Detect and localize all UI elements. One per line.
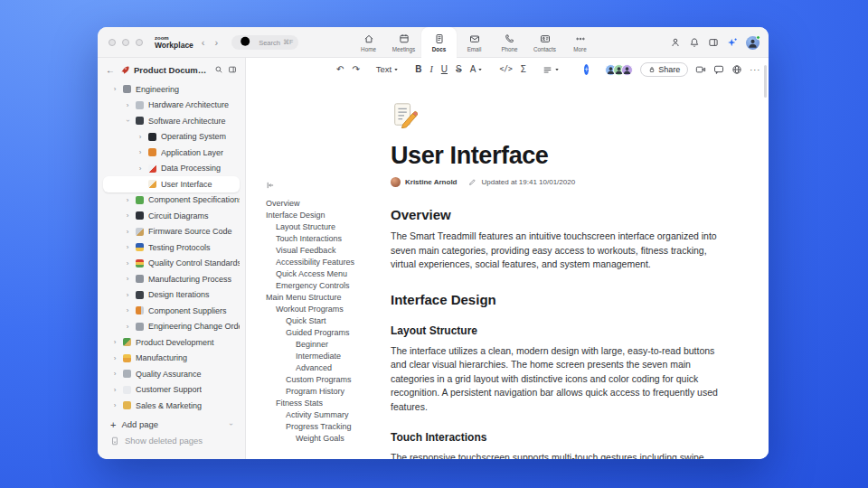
tree-chevron-icon[interactable]: › (137, 133, 144, 141)
tab-phone[interactable]: Phone (492, 27, 527, 58)
outline-item[interactable]: Overview (266, 198, 391, 210)
show-deleted-pages-button[interactable]: Show deleted pages (98, 433, 245, 449)
underline-button[interactable]: U (441, 65, 448, 74)
tree-chevron-icon[interactable]: › (111, 338, 118, 346)
global-search-input[interactable]: Search ⌘F (231, 35, 298, 50)
tree-chevron-icon[interactable]: › (124, 323, 131, 331)
tab-docs[interactable]: Docs (421, 27, 457, 58)
undo-button[interactable]: ↶ (336, 65, 344, 74)
add-page-chevron-icon[interactable]: › (227, 423, 235, 426)
page-tree-item[interactable]: › Quality Control Standards (103, 256, 240, 272)
tree-chevron-icon[interactable]: › (124, 306, 131, 314)
close-window-button[interactable] (108, 39, 116, 46)
page-tree-item[interactable]: › Firmware Source Code (103, 224, 240, 240)
sidebar-collapse-icon[interactable] (228, 65, 237, 74)
globe-icon[interactable] (731, 64, 742, 75)
outline-item[interactable]: Emergency Controls (266, 280, 391, 292)
tree-chevron-icon[interactable]: › (124, 291, 131, 299)
page-tree-item[interactable]: › Product Development (103, 334, 240, 351)
more-ellipsis-icon[interactable]: ··· (750, 65, 760, 74)
outline-collapse-button[interactable] (266, 181, 391, 192)
user-avatar[interactable] (746, 36, 760, 50)
page-tree-item[interactable]: › Customer Support (103, 382, 240, 399)
tree-chevron-icon[interactable]: › (124, 196, 131, 204)
align-list-dropdown[interactable] (542, 65, 560, 75)
tree-chevron-icon[interactable]: › (111, 85, 118, 93)
outline-item[interactable]: Main Menu Structure (266, 292, 391, 304)
outline-item[interactable]: Visual Feedback (266, 245, 391, 257)
scrollbar-thumb[interactable] (764, 65, 767, 98)
page-tree-item[interactable]: › Component Specifications (103, 192, 240, 209)
strikethrough-button[interactable]: S (456, 65, 462, 74)
outline-item[interactable]: Program History (266, 386, 391, 398)
memo-doc-icon[interactable] (391, 101, 418, 128)
tree-chevron-icon[interactable]: › (124, 101, 131, 109)
outline-item[interactable]: Interface Design (266, 210, 391, 221)
doc-title[interactable]: User Interface (391, 142, 730, 170)
tab-contacts[interactable]: Contacts (527, 27, 562, 58)
workspace-title[interactable]: Product Documenta... (134, 65, 210, 75)
share-button[interactable]: Share (640, 62, 688, 77)
page-tree-item[interactable]: › User Interface (103, 176, 240, 192)
text-color-dropdown[interactable]: A (470, 65, 484, 74)
page-tree-item[interactable]: › Operating System (103, 129, 240, 145)
outline-item[interactable]: Intermediate (266, 351, 391, 362)
tree-chevron-icon[interactable]: › (137, 164, 144, 173)
tree-chevron-icon[interactable]: › (137, 148, 144, 156)
tree-chevron-icon[interactable]: › (124, 228, 131, 236)
page-tree-item[interactable]: › Circuit Diagrams (103, 208, 240, 224)
tab-more[interactable]: More (562, 27, 598, 58)
outline-item[interactable]: Activity Summary (266, 409, 391, 421)
page-tree-item[interactable]: › Component Suppliers (103, 303, 240, 319)
tree-chevron-icon[interactable]: › (111, 401, 118, 409)
tree-chevron-icon[interactable]: › (111, 386, 118, 394)
outline-item[interactable]: Workout Programs (266, 304, 391, 315)
add-page-button[interactable]: + Add page › (98, 417, 245, 433)
tree-chevron-icon[interactable]: › (124, 275, 131, 283)
page-tree-item[interactable]: › Engineering (103, 81, 240, 98)
tree-chevron-icon[interactable]: › (124, 259, 131, 267)
collaborator-avatar[interactable] (621, 64, 633, 76)
outline-item[interactable]: Layout Structure (266, 221, 391, 233)
outline-item[interactable]: Weight Goals (266, 433, 391, 445)
page-tree-item[interactable]: › Manufacturing Process (103, 271, 240, 287)
minimize-window-button[interactable] (122, 39, 129, 46)
side-panel-icon[interactable] (708, 37, 719, 48)
insert-plus-button[interactable]: + (584, 64, 589, 75)
outline-item[interactable]: Advanced (266, 362, 391, 374)
page-tree-item[interactable]: › Manufacturing (103, 351, 240, 367)
italic-button[interactable]: I (429, 65, 432, 74)
profile-icon[interactable] (670, 37, 681, 48)
outline-item[interactable]: Accessibility Features (266, 257, 391, 268)
tree-chevron-icon[interactable]: › (124, 117, 132, 125)
tree-chevron-icon[interactable]: › (111, 370, 118, 378)
nav-forward-button[interactable]: › (213, 37, 221, 48)
text-style-dropdown[interactable]: Text (376, 65, 399, 74)
tree-chevron-icon[interactable]: › (124, 243, 131, 251)
code-button[interactable]: </> (499, 66, 512, 73)
outline-item[interactable]: Quick Start (266, 315, 391, 327)
page-tree-item[interactable]: › Engineering Change Orders (103, 319, 240, 335)
page-tree-item[interactable]: › Quality Assurance (103, 366, 240, 382)
outline-item[interactable]: Guided Programs (266, 327, 391, 339)
tab-email[interactable]: Email (457, 27, 492, 58)
page-tree-item[interactable]: › Data Processing (103, 161, 240, 177)
page-tree-item[interactable]: › Sales & Marketing (103, 398, 240, 414)
notifications-bell-icon[interactable] (689, 37, 700, 48)
redo-button[interactable]: ↷ (352, 65, 359, 74)
page-tree-item[interactable]: › Application Layer (103, 145, 240, 161)
outline-item[interactable]: Custom Programs (266, 374, 391, 386)
tab-meetings[interactable]: Meetings (386, 27, 421, 58)
equation-button[interactable]: Σ (521, 65, 526, 74)
tree-chevron-icon[interactable]: › (111, 354, 118, 362)
page-tree-item[interactable]: › Hardware Architecture (103, 98, 240, 114)
tab-home[interactable]: Home (351, 27, 386, 58)
outline-item[interactable]: Touch Interactions (266, 233, 391, 245)
page-tree-item[interactable]: › Design Iterations (103, 287, 240, 304)
page-tree-item[interactable]: › Testing Protocols (103, 239, 240, 256)
outline-item[interactable]: Beginner (266, 339, 391, 351)
sidebar-search-icon[interactable] (214, 65, 223, 74)
nav-back-button[interactable]: ‹ (200, 37, 207, 48)
page-tree-item[interactable]: › Software Architecture (103, 113, 240, 129)
outline-item[interactable]: Progress Tracking (266, 421, 391, 433)
